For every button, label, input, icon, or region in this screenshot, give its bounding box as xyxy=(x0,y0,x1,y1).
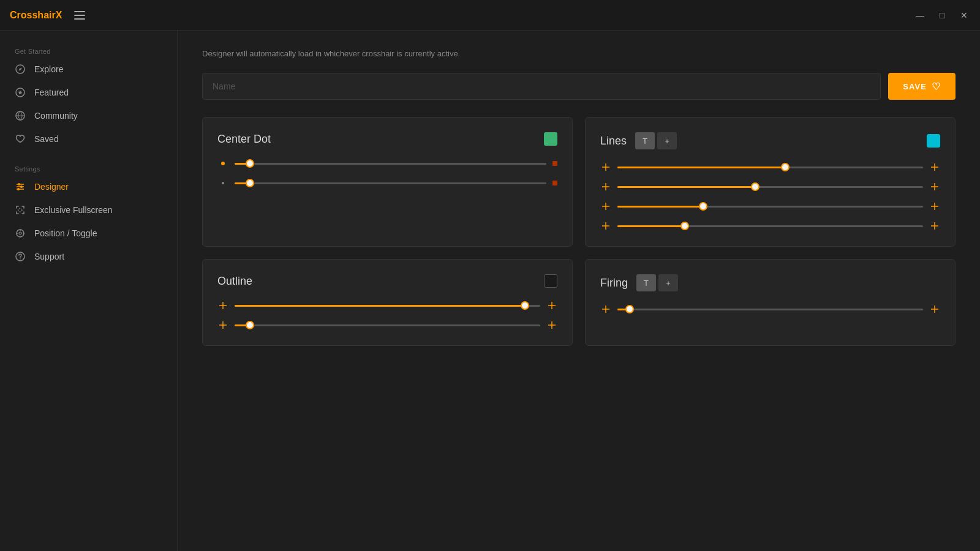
cross-icon-outline-end-2 xyxy=(546,320,557,331)
card-lines-title: Lines xyxy=(600,135,627,148)
svg-point-9 xyxy=(18,208,22,212)
lines-slider-3 xyxy=(600,201,940,212)
card-lines: Lines T + xyxy=(585,117,956,247)
cross-icon-outline-2 xyxy=(217,320,228,331)
firing-tab-plus[interactable]: + xyxy=(658,274,678,291)
card-center-dot-header: Center Dot xyxy=(217,132,557,146)
sidebar-item-position-toggle[interactable]: Position / Toggle xyxy=(0,222,177,245)
sidebar-item-featured[interactable]: Featured xyxy=(0,81,177,104)
sidebar-item-community[interactable]: Community xyxy=(0,104,177,127)
outline-slider-track-2[interactable] xyxy=(235,324,540,326)
card-outline: Outline xyxy=(202,259,573,346)
cross-icon-lines-end-3 xyxy=(929,201,940,212)
card-center-dot-title: Center Dot xyxy=(217,133,271,146)
outline-slider-2 xyxy=(217,320,557,331)
cross-icon-lines-1 xyxy=(600,162,611,173)
sidebar-label-position-toggle: Position / Toggle xyxy=(34,228,97,238)
titlebar-left: CrosshairX xyxy=(10,10,85,21)
app-title-accent: X xyxy=(56,10,62,20)
menu-button[interactable] xyxy=(74,11,85,20)
app-title: CrosshairX xyxy=(10,10,62,21)
card-outline-title: Outline xyxy=(217,275,252,288)
cross-icon-lines-4 xyxy=(600,220,611,231)
maximize-button[interactable]: □ xyxy=(936,10,948,20)
firing-slider-track-1[interactable] xyxy=(617,309,923,310)
slider-end-1 xyxy=(552,161,557,166)
cross-icon-lines-3 xyxy=(600,201,611,212)
dot-icon-1 xyxy=(217,158,228,169)
outline-slider-track-1[interactable] xyxy=(235,305,540,307)
sidebar: Get Started Explore Featured xyxy=(0,31,178,551)
card-outline-header: Outline xyxy=(217,274,557,288)
save-label: SAVE xyxy=(903,82,927,91)
globe-icon xyxy=(15,110,26,121)
lines-slider-2 xyxy=(600,181,940,192)
fullscreen-icon xyxy=(15,204,26,216)
cross-icon-lines-end-1 xyxy=(929,162,940,173)
content-area: Designer will automatically load in whic… xyxy=(178,31,980,551)
cross-icon-lines-end-4 xyxy=(929,220,940,231)
lines-slider-track-1[interactable] xyxy=(617,167,923,168)
save-button[interactable]: SAVE ♡ xyxy=(888,73,956,100)
outline-color-swatch[interactable] xyxy=(544,274,557,288)
outline-slider-1 xyxy=(217,300,557,311)
heart-icon xyxy=(15,133,26,144)
sidebar-label-exclusive-fullscreen: Exclusive Fullscreen xyxy=(34,205,113,215)
cross-icon-firing-end-1 xyxy=(929,304,940,315)
lines-slider-4 xyxy=(600,220,940,231)
app-title-text: Crosshair xyxy=(10,10,56,20)
center-dot-slider-2 xyxy=(217,178,557,189)
cross-icon-firing-1 xyxy=(600,304,611,315)
sidebar-item-support[interactable]: Support xyxy=(0,245,177,268)
firing-slider-1 xyxy=(600,304,940,315)
card-lines-header: Lines T + xyxy=(600,132,940,149)
sidebar-item-designer[interactable]: Designer xyxy=(0,175,177,198)
card-firing-title: Firing xyxy=(600,277,628,290)
lines-color-swatch[interactable] xyxy=(927,134,940,148)
card-firing-header: Firing T + xyxy=(600,274,940,291)
cross-icon-lines-end-2 xyxy=(929,181,940,192)
card-firing: Firing T + xyxy=(585,259,956,346)
lines-slider-track-4[interactable] xyxy=(617,225,923,227)
star-circle-icon xyxy=(15,87,26,98)
cards-grid: Center Dot xyxy=(202,117,956,346)
sidebar-label-support: Support xyxy=(34,252,64,261)
sidebar-section-get-started: Get Started xyxy=(0,43,177,58)
svg-point-8 xyxy=(17,188,20,190)
name-row: SAVE ♡ xyxy=(202,73,956,100)
sidebar-label-explore: Explore xyxy=(34,64,63,74)
sidebar-item-explore[interactable]: Explore xyxy=(0,58,177,81)
compass-icon xyxy=(15,64,26,75)
sidebar-item-exclusive-fullscreen[interactable]: Exclusive Fullscreen xyxy=(0,198,177,222)
slider-track-1[interactable] xyxy=(235,163,546,165)
sidebar-label-saved: Saved xyxy=(34,134,59,144)
dot-icon-2 xyxy=(217,178,228,189)
main-layout: Get Started Explore Featured xyxy=(0,31,980,551)
slider-end-2 xyxy=(552,181,557,186)
sidebar-item-saved[interactable]: Saved xyxy=(0,127,177,151)
lines-slider-track-3[interactable] xyxy=(617,206,923,208)
firing-tab-t[interactable]: T xyxy=(636,274,656,291)
heart-icon-save: ♡ xyxy=(932,81,941,92)
center-dot-color-swatch[interactable] xyxy=(544,132,557,146)
lines-slider-track-2[interactable] xyxy=(617,186,923,188)
close-button[interactable]: ✕ xyxy=(958,10,970,20)
card-center-dot: Center Dot xyxy=(202,117,573,247)
name-input[interactable] xyxy=(202,73,881,100)
info-text: Designer will automatically load in whic… xyxy=(202,49,956,58)
sidebar-label-designer: Designer xyxy=(34,182,69,192)
minimize-button[interactable]: — xyxy=(914,10,926,20)
lines-tab-plus[interactable]: + xyxy=(657,132,677,149)
svg-point-6 xyxy=(18,183,20,186)
cross-icon-outline-1 xyxy=(217,300,228,311)
lines-tab-t[interactable]: T xyxy=(635,132,655,149)
cross-icon-lines-2 xyxy=(600,181,611,192)
target-icon xyxy=(15,228,26,239)
center-dot-slider-1 xyxy=(217,158,557,169)
svg-point-17 xyxy=(20,258,21,260)
sidebar-section-settings: Settings xyxy=(0,160,177,175)
slider-track-2[interactable] xyxy=(235,182,546,184)
sidebar-label-community: Community xyxy=(34,111,78,121)
lines-tab-group: T + xyxy=(635,132,677,149)
svg-point-11 xyxy=(19,232,21,234)
